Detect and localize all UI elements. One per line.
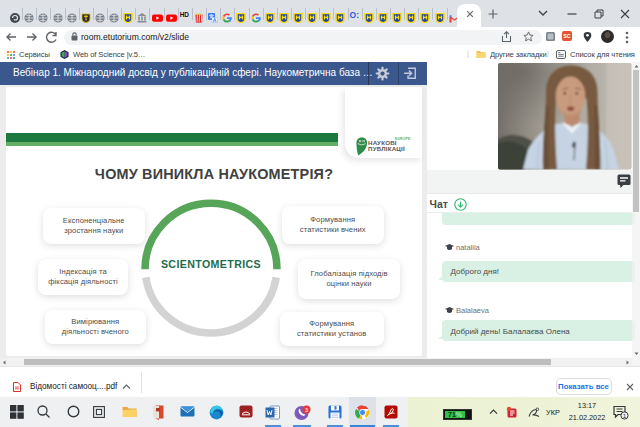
svg-text:1: 1 (623, 413, 626, 419)
svg-text:3: 3 (305, 406, 308, 412)
